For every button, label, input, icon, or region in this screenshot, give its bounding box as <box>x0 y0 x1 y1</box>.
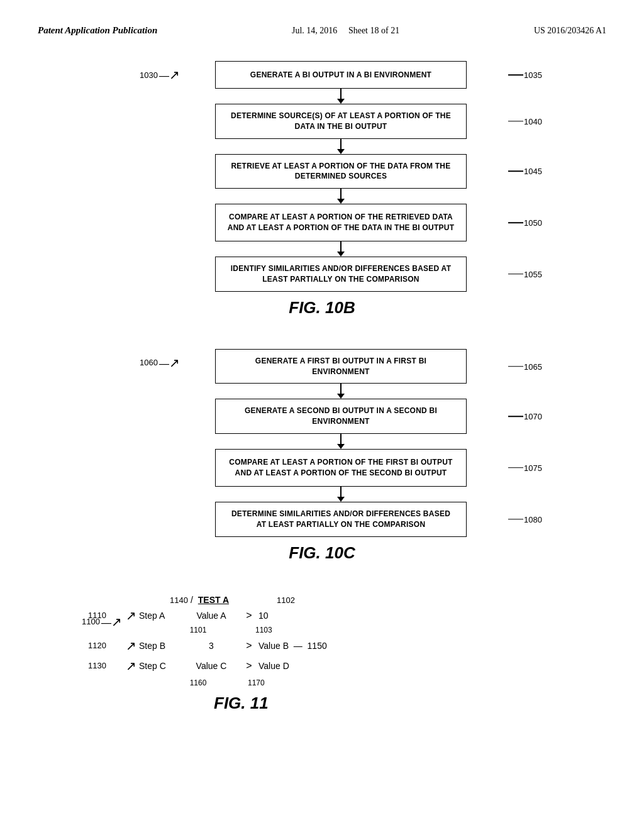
step-a-col1-sub: 1101 <box>170 626 226 634</box>
step-c-col2-sub: 1170 <box>245 678 283 687</box>
header-sheet: Sheet 18 of 21 <box>348 26 399 35</box>
step-a-col2: 10 <box>258 611 296 621</box>
ref-1065: 1065 <box>524 362 542 371</box>
fig11-test-label: TEST A <box>198 595 229 605</box>
fig-label-10b: FIG. 10B <box>289 298 355 318</box>
step-c-num: 1130 <box>88 661 126 670</box>
step-c-name: Step C <box>139 661 183 671</box>
step-a-col1: Value A <box>183 611 240 621</box>
step-b-col2-ref: 1150 <box>308 641 327 651</box>
fig10c-flow: GENERATE A FIRST BI OUTPUT IN A FIRST BI… <box>146 349 498 537</box>
step-c-col1-sub: 1160 <box>170 678 226 687</box>
flow-box-1065: GENERATE A FIRST BI OUTPUT IN A FIRST BI… <box>215 349 467 384</box>
fig11-step-c-row: 1130 ↗ Step C Value C > Value D <box>88 658 497 673</box>
step-b-gt: > <box>240 640 258 651</box>
flow-box-1050: COMPARE AT LEAST A PORTION OF THE RETRIE… <box>215 204 467 241</box>
page: Patent Application Publication Jul. 14, … <box>0 0 644 830</box>
fig11-step-a-row: 1110 ↗ Step A Value A > 10 <box>88 608 497 623</box>
page-header: Patent Application Publication Jul. 14, … <box>38 25 606 36</box>
flow-box-1070: GENERATE A SECOND BI OUTPUT IN A SECOND … <box>215 399 467 434</box>
step-c-col2: Value D <box>258 661 289 671</box>
ref-1080: 1080 <box>524 514 542 524</box>
step-b-num: 1120 <box>88 641 126 650</box>
step-b-col1: 3 <box>183 641 240 651</box>
flow-box-1055: IDENTIFY SIMILARITIES AND/OR DIFFERENCES… <box>215 257 467 292</box>
fig11-diagram: 1100 —↗ 1140 / TEST A 1102 1110 ↗ Step A <box>88 594 497 687</box>
flow-box-1040: DETERMINE SOURCE(S) OF AT LEAST A PORTIO… <box>215 104 467 139</box>
section-label-1100: 1100 —↗ <box>82 614 122 629</box>
fig11-step-b-row: 1120 ↗ Step B 3 > Value B — 1150 <box>88 638 497 653</box>
step-a-col2-sub: 1103 <box>245 626 283 634</box>
flow-box-1045: RETRIEVE AT LEAST A PORTION OF THE DATA … <box>215 154 467 189</box>
fig11-step-a-sublabels: 1101 1103 <box>170 626 497 634</box>
ref-1055: 1055 <box>524 269 542 279</box>
step-b-col2: Value B — 1150 <box>258 641 327 651</box>
ref-1075: 1075 <box>524 463 542 472</box>
header-patent-num: US 2016/203426 A1 <box>534 26 606 36</box>
section-label-1030: 1030 —↗ <box>140 67 180 82</box>
header-publication-label: Patent Application Publication <box>38 25 157 36</box>
ref-1045: 1045 <box>524 167 542 176</box>
flow-box-1035: GENERATE A BI OUTPUT IN A BI ENVIRONMENT <box>215 61 467 89</box>
ref-1035: 1035 <box>524 70 542 80</box>
flow-box-1075: COMPARE AT LEAST A PORTION OF THE FIRST … <box>215 449 467 487</box>
fig11-step-c-sublabels: 1160 1170 <box>170 678 497 687</box>
header-date: Jul. 14, 2016 <box>292 26 337 35</box>
fig11-test-num-arrow: / <box>191 595 193 605</box>
ref-1040: 1040 <box>524 116 542 126</box>
step-c-col1: Value C <box>183 661 240 671</box>
fig-label-10c: FIG. 10C <box>289 543 355 563</box>
flow-box-1080: DETERMINE SIMILARITIES AND/OR DIFFERENCE… <box>215 502 467 537</box>
section-label-1060: 1060 —↗ <box>140 355 180 370</box>
step-b-name: Step B <box>139 641 183 651</box>
ref-1070: 1070 <box>524 412 542 421</box>
step-c-gt: > <box>240 660 258 672</box>
fig-label-11: FIG. 11 <box>214 694 269 713</box>
step-a-gt: > <box>240 610 258 621</box>
header-date-sheet: Jul. 14, 2016 Sheet 18 of 21 <box>292 26 399 36</box>
fig10b-flow: GENERATE A BI OUTPUT IN A BI ENVIRONMENT… <box>146 61 498 292</box>
step-a-name: Step A <box>139 611 183 621</box>
fig11-header: 1140 / TEST A 1102 <box>170 594 497 606</box>
ref-1050: 1050 <box>524 218 542 228</box>
